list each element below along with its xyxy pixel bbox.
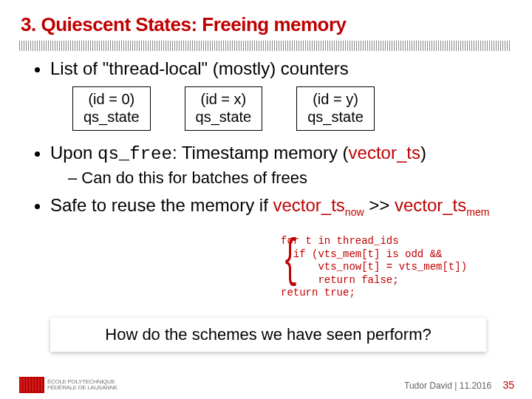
bullet-list: List of "thread-local" (mostly) counters… bbox=[35, 58, 505, 218]
b2-post: : Timestamp memory ( bbox=[172, 143, 349, 163]
b3-mid: >> bbox=[364, 195, 395, 215]
b2-sub-item: – Can do this for batches of frees bbox=[68, 168, 505, 188]
b3-pre: Safe to reuse the memory if bbox=[50, 195, 273, 215]
slide-title: 3. Quiescent States: Freeing memory bbox=[0, 0, 532, 41]
title-underline bbox=[19, 41, 511, 51]
slide: 3. Quiescent States: Freeing memory List… bbox=[0, 0, 532, 399]
logo-mark-icon bbox=[19, 377, 44, 393]
bullet-2-sub: – Can do this for batches of frees bbox=[50, 168, 505, 188]
b3-b-sub: mem bbox=[466, 206, 489, 218]
slide-body: List of "thread-local" (mostly) counters… bbox=[0, 58, 532, 218]
b2-close: ) bbox=[420, 143, 426, 163]
logo: ÉCOLE POLYTECHNIQUE FÉDÉRALE DE LAUSANNE bbox=[19, 377, 117, 393]
b2-code: qs_free bbox=[98, 144, 172, 164]
box-line2: qs_state bbox=[196, 108, 252, 126]
footer: ÉCOLE POLYTECHNIQUE FÉDÉRALE DE LAUSANNE… bbox=[0, 377, 532, 393]
overlay-code: for t in thread_ids if (vts_mem[t] is od… bbox=[281, 235, 467, 300]
logo-text: ÉCOLE POLYTECHNIQUE FÉDÉRALE DE LAUSANNE bbox=[47, 379, 117, 391]
box-line1: (id = y) bbox=[307, 90, 364, 108]
box-line2: qs_state bbox=[83, 108, 140, 126]
b3-b: vector_ts bbox=[395, 195, 466, 215]
state-box: (id = 0) qs_state bbox=[72, 86, 151, 131]
footer-right: Tudor David | 11.2016 35 bbox=[404, 379, 514, 391]
bullet-2: Upon qs_free: Timestamp memory (vector_t… bbox=[50, 143, 505, 188]
bullet-1-text: List of "thread-local" (mostly) counters bbox=[50, 58, 349, 78]
question-box: How do the schemes we have seen perform? bbox=[50, 318, 486, 352]
box-line1: (id = x) bbox=[196, 90, 252, 108]
box-line1: (id = 0) bbox=[83, 90, 140, 108]
state-box: (id = x) qs_state bbox=[185, 86, 263, 131]
b3-a-sub: now bbox=[345, 206, 364, 218]
b3-a: vector_ts bbox=[273, 195, 344, 215]
author-date: Tudor David | 11.2016 bbox=[404, 381, 491, 391]
state-boxes: (id = 0) qs_state (id = x) qs_state (id … bbox=[72, 86, 505, 131]
state-box: (id = y) qs_state bbox=[296, 86, 375, 131]
page-number: 35 bbox=[502, 379, 514, 391]
box-line2: qs_state bbox=[307, 108, 364, 126]
b2-red: vector_ts bbox=[349, 143, 420, 163]
bullet-3: Safe to reuse the memory if vector_tsnow… bbox=[50, 195, 505, 218]
b2-pre: Upon bbox=[50, 143, 98, 163]
bullet-1: List of "thread-local" (mostly) counters… bbox=[50, 58, 505, 131]
